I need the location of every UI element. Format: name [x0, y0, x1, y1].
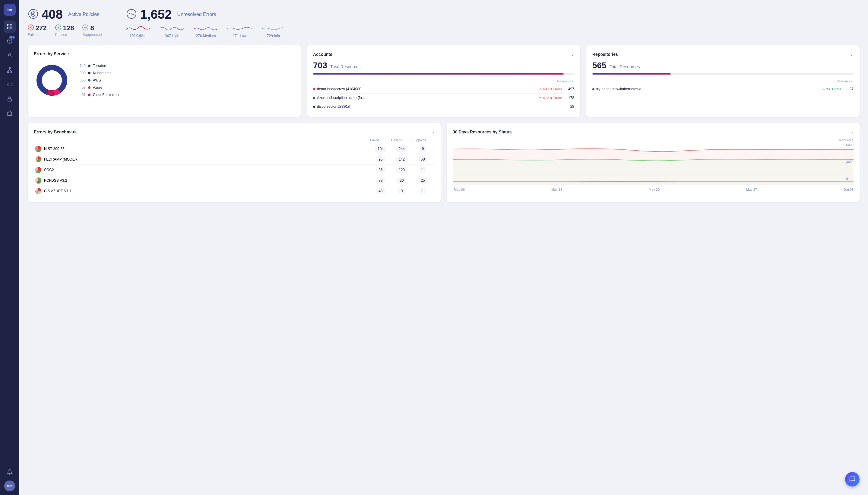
- policies-count: 408: [42, 7, 63, 22]
- errors-service-title: Errors by Service: [34, 51, 69, 56]
- legend-kubernetes: 399 Kubernetes: [77, 71, 119, 75]
- benchmark-title: Errors by Benchmark: [34, 130, 76, 134]
- line-chart: [453, 143, 853, 185]
- sidebar-item-bell[interactable]: [4, 466, 16, 478]
- account-dot-2: [313, 106, 315, 108]
- donut-chart: [34, 62, 70, 98]
- resources-chevron[interactable]: ⌄: [850, 129, 853, 135]
- app-logo[interactable]: bc: [4, 4, 16, 16]
- account-errors-0: %47.3 Errors: [539, 87, 562, 91]
- benchmark-row-nist[interactable]: NIST-800-53 104 244 9: [34, 144, 435, 154]
- repositories-card: Repositories ⌄ 565 Total Resources Resou…: [586, 45, 860, 117]
- benchmark-row-soc2[interactable]: SOC2 86 120 1: [34, 165, 435, 175]
- accounts-total-row: 703 Total Resources: [313, 61, 574, 70]
- y-label-0: 0: [846, 177, 853, 181]
- fedramp-passed: 142: [396, 156, 407, 163]
- account-count-0: 497: [564, 87, 574, 91]
- nist-icon: [35, 146, 42, 152]
- sidebar-item-rocket[interactable]: [4, 50, 16, 62]
- cards-row-2: Errors by Benchmark ⌄ Failed Passed Supp…: [28, 123, 860, 202]
- benchmark-row-fedramp[interactable]: FEDRAMP (MODER... 95 142 50: [34, 154, 435, 165]
- account-count-2: 28: [564, 104, 574, 109]
- y-label-6000: 6000: [846, 143, 853, 147]
- repo-count-0: 37: [843, 87, 853, 91]
- legend-azure: 58 Azure: [77, 85, 119, 90]
- account-row-1[interactable]: Azure subscription acme (fo... %28.9 Err…: [313, 93, 574, 102]
- fedramp-icon: [35, 156, 42, 163]
- fedramp-name: FEDRAMP (MODER...: [44, 157, 80, 161]
- main-content: 408 Active Policies 272 Failed: [19, 0, 868, 495]
- fedramp-failed: 95: [376, 156, 385, 163]
- policies-label: Active Policies: [68, 12, 99, 17]
- svg-line-12: [10, 69, 12, 71]
- soc2-suppressed: 1: [420, 167, 426, 173]
- repo-row-0[interactable]: try-bridgecrew/kubernetes-g... %0 Errors…: [592, 85, 853, 93]
- nist-passed: 244: [396, 146, 407, 152]
- failed-stat: 272 Failed: [28, 24, 47, 37]
- svg-rect-7: [9, 68, 11, 69]
- legend-terraform: 749 Terraform: [77, 64, 119, 68]
- suppressed-count: 8: [90, 24, 94, 32]
- errors-by-service-card: Errors by Service: [28, 45, 301, 117]
- high-label: 347 High: [165, 34, 179, 38]
- soc2-name: SOC2: [44, 168, 54, 172]
- svg-rect-1: [10, 24, 12, 26]
- fedramp-suppressed: 50: [418, 156, 427, 163]
- sidebar-item-network[interactable]: [4, 64, 16, 76]
- pass-icon: [55, 24, 61, 32]
- y-label-3000: 3000: [846, 160, 853, 164]
- x-label-2: May 20: [649, 188, 660, 191]
- terraform-count: 749: [77, 64, 86, 68]
- benchmark-chevron[interactable]: ⌄: [431, 129, 435, 135]
- accounts-chevron[interactable]: ⌄: [570, 51, 574, 57]
- benchmark-row-cis[interactable]: CIS AZURE V1.1 43 9 1: [34, 186, 435, 196]
- user-avatar[interactable]: MM: [4, 480, 15, 491]
- repos-chevron[interactable]: ⌄: [850, 51, 853, 57]
- stat-divider: [114, 11, 114, 35]
- benchmark-col-failed: Failed: [370, 138, 391, 142]
- cis-passed: 9: [398, 188, 405, 194]
- repos-resources-header: Resources: [836, 79, 852, 83]
- svg-rect-2: [7, 27, 10, 29]
- repos-title: Repositories: [592, 52, 618, 57]
- low-label: 171 Low: [233, 34, 246, 38]
- repos-progress-fill: [592, 73, 671, 74]
- repo-errors-0: %0 Errors: [822, 87, 841, 91]
- high-severity: 347 High: [160, 24, 184, 38]
- errors-block: 1,652 Unresolved Errors 129 Critical 347…: [126, 7, 285, 38]
- donut-container: 749 Terraform 399 Kubernetes 358 AWS: [34, 60, 295, 98]
- top-stats: 408 Active Policies 272 Failed: [28, 7, 860, 38]
- repos-total-row: 565 Total Resources: [592, 61, 853, 70]
- failed-label: Failed: [28, 33, 38, 37]
- legend-cloudformation: 51 CloudFormation: [77, 93, 119, 97]
- sidebar-item-code[interactable]: [4, 79, 16, 90]
- chart-x-labels: May 06 May 13 May 20 May 27 Jun 03: [453, 188, 853, 191]
- passed-label: Passed: [55, 33, 67, 37]
- sidebar-item-puzzle[interactable]: [4, 107, 16, 120]
- azure-label: Azure: [93, 85, 102, 90]
- low-severity: 171 Low: [227, 24, 251, 38]
- pci-icon: [35, 177, 42, 184]
- account-row-2[interactable]: disco-sector-283918 28: [313, 102, 574, 111]
- pci-passed: 26: [397, 177, 406, 184]
- sidebar-item-alerts[interactable]: 203: [4, 35, 16, 47]
- terraform-dot: [88, 65, 90, 67]
- benchmark-row-pci[interactable]: PCI-DSS V3.2 78 26 25: [34, 175, 435, 186]
- info-label: 729 Info: [267, 34, 280, 38]
- sidebar-item-dashboard[interactable]: [4, 20, 16, 33]
- repo-name-0: try-bridgecrew/kubernetes-g...: [596, 87, 821, 91]
- cis-suppressed: 1: [420, 188, 426, 194]
- critical-severity: 129 Critical: [126, 24, 150, 38]
- repos-table-header: Resources: [592, 79, 853, 83]
- cards-row-1: Errors by Service: [28, 45, 860, 117]
- medium-label: 276 Medium: [196, 34, 216, 38]
- svg-rect-0: [7, 24, 10, 26]
- severity-row: 129 Critical 347 High 276 Medium: [126, 24, 285, 38]
- x-label-4: Jun 03: [844, 188, 853, 191]
- info-severity: 729 Info: [261, 24, 285, 38]
- repo-dot-0: [592, 88, 595, 90]
- accounts-progress-fill: [313, 73, 564, 74]
- sidebar-item-lock[interactable]: [4, 93, 16, 105]
- account-row-0[interactable]: demo-bridgecrew (4184080... %47.3 Errors…: [313, 85, 574, 93]
- chat-button[interactable]: [845, 472, 860, 487]
